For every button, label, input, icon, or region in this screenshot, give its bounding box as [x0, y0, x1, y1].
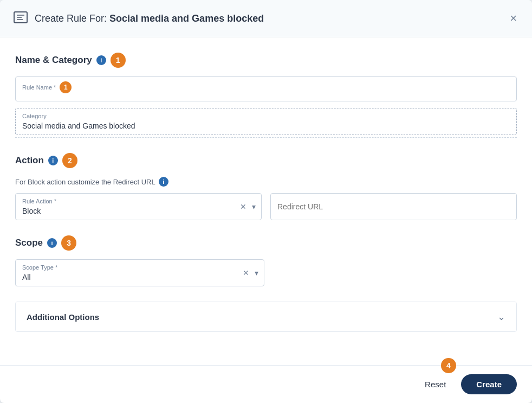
step4-badge: 4 — [441, 358, 456, 373]
section-divider — [15, 137, 517, 138]
rule-action-clear-button[interactable]: ✕ — [239, 201, 248, 212]
modal-header: Create Rule For: Social media and Games … — [0, 0, 532, 37]
rule-action-dropdown-button[interactable]: ▾ — [251, 201, 257, 212]
scope-type-select-wrapper[interactable]: Scope Type * All ✕ ▾ — [15, 259, 264, 286]
section3-title: Scope — [15, 238, 43, 248]
rule-action-controls: ✕ ▾ — [239, 201, 257, 212]
step2-badge: 2 — [62, 153, 77, 168]
rule-action-select-wrapper[interactable]: Rule Action * Block ✕ ▾ — [15, 193, 262, 220]
step3-badge: 3 — [61, 235, 76, 251]
redirect-hint: For Block action customize the Redirect … — [15, 177, 517, 187]
section2-title: Action — [15, 155, 44, 166]
reset-button[interactable]: Reset — [416, 375, 455, 393]
section1-header: Name & Category i 1 — [15, 53, 517, 68]
scope-type-value: All — [16, 260, 264, 286]
rule-icon — [13, 10, 28, 27]
modal-footer: 4 Reset Create — [0, 365, 532, 403]
section3-info-icon[interactable]: i — [47, 238, 57, 248]
category-wrapper: Category Social media and Games blocked — [15, 108, 517, 135]
action-section: Action i 2 For Block action customize th… — [15, 153, 517, 220]
scope-type-clear-button[interactable]: ✕ — [242, 267, 250, 278]
scope-type-controls: ✕ ▾ — [242, 267, 259, 278]
section1-title: Name & Category — [15, 55, 92, 66]
section2-info-icon[interactable]: i — [48, 156, 58, 165]
scope-type-dropdown-button[interactable]: ▾ — [254, 267, 259, 278]
rule-name-label: Rule Name * 1 — [22, 81, 72, 93]
section1-info-icon[interactable]: i — [96, 55, 106, 65]
additional-options-title: Additional Options — [27, 312, 99, 322]
create-button[interactable]: Create — [461, 374, 517, 394]
rule-action-value: Block — [16, 194, 261, 220]
rule-name-input[interactable] — [16, 77, 516, 101]
rule-name-wrapper: Rule Name * 1 — [15, 76, 517, 101]
redirect-info-icon[interactable]: i — [159, 177, 168, 187]
chevron-down-icon: ⌄ — [497, 311, 505, 323]
redirect-url-input[interactable] — [271, 194, 516, 220]
create-rule-modal: Create Rule For: Social media and Games … — [0, 0, 532, 403]
section3-header: Scope i 3 — [15, 235, 517, 251]
additional-options-section: Additional Options ⌄ — [15, 302, 517, 332]
step1-badge: 1 — [111, 53, 126, 68]
section2-header: Action i 2 — [15, 153, 517, 168]
header-left: Create Rule For: Social media and Games … — [13, 10, 264, 27]
modal-title: Create Rule For: Social media and Games … — [35, 13, 264, 24]
modal-body: Name & Category i 1 Rule Name * 1 Catego… — [0, 37, 532, 365]
category-value: Social media and Games blocked — [16, 108, 516, 135]
scope-section: Scope i 3 Scope Type * All ✕ ▾ — [15, 235, 517, 286]
additional-options-header[interactable]: Additional Options ⌄ — [16, 302, 516, 331]
name-category-section: Name & Category i 1 Rule Name * 1 Catego… — [15, 53, 517, 138]
redirect-url-wrapper — [270, 193, 517, 220]
close-button[interactable]: × — [508, 10, 519, 27]
action-row: Rule Action * Block ✕ ▾ — [15, 193, 517, 220]
category-label: Category — [22, 113, 47, 119]
step1-inline-badge: 1 — [60, 81, 72, 93]
